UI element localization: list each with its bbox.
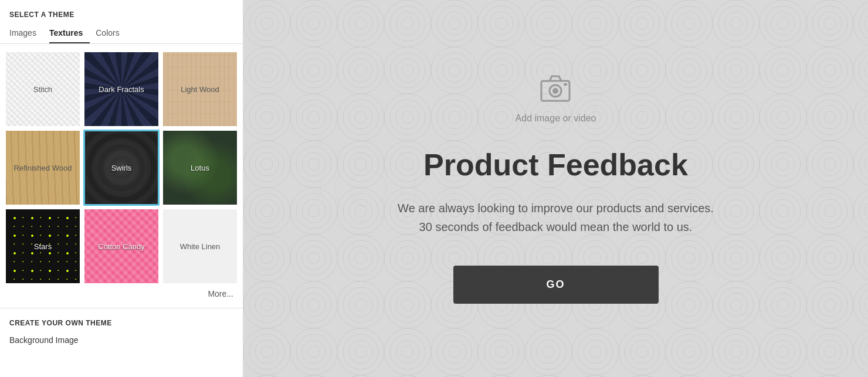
- survey-desc: We are always looking to improve our pro…: [398, 199, 714, 236]
- theme-light-wood[interactable]: Light Wood: [162, 51, 238, 127]
- theme-dark-fractals[interactable]: Dark Fractals: [83, 51, 160, 127]
- background-image-row[interactable]: Background Image: [0, 332, 243, 348]
- go-button[interactable]: GO: [453, 266, 659, 304]
- tabs: Images Textures Colors: [0, 25, 243, 44]
- create-own-title: CREATE YOUR OWN THEME: [0, 313, 243, 332]
- theme-lotus[interactable]: Lotus: [162, 130, 238, 206]
- theme-cotton-candy[interactable]: Cotton Candy: [83, 208, 160, 284]
- right-content: Add image or video Product Feedback We a…: [351, 74, 761, 304]
- svg-rect-9: [564, 83, 567, 86]
- theme-stitch[interactable]: Stitch: [5, 51, 81, 127]
- theme-white-linen[interactable]: White Linen: [162, 208, 238, 284]
- more-link[interactable]: More...: [0, 284, 243, 303]
- add-image-area[interactable]: Add image or video: [516, 74, 596, 124]
- camera-icon: [539, 74, 572, 108]
- theme-stars[interactable]: Stars: [5, 208, 81, 284]
- survey-title: Product Feedback: [423, 147, 688, 182]
- tab-images[interactable]: Images: [9, 25, 43, 43]
- add-image-label: Add image or video: [516, 113, 596, 124]
- theme-swirls[interactable]: Swirls: [83, 130, 160, 206]
- background-image-label: Background Image: [9, 335, 79, 345]
- theme-grid: Stitch Dark Fractals Light Wood Refinish…: [0, 51, 243, 284]
- theme-refinished-wood[interactable]: Refinished Wood: [5, 130, 81, 206]
- tab-colors[interactable]: Colors: [96, 25, 126, 43]
- divider: [0, 308, 243, 308]
- left-panel: SELECT A THEME Images Textures Colors St…: [0, 0, 243, 377]
- select-theme-title: SELECT A THEME: [0, 11, 243, 25]
- tab-textures[interactable]: Textures: [49, 25, 90, 43]
- right-panel: Add image or video Product Feedback We a…: [243, 0, 868, 377]
- svg-point-8: [552, 88, 558, 94]
